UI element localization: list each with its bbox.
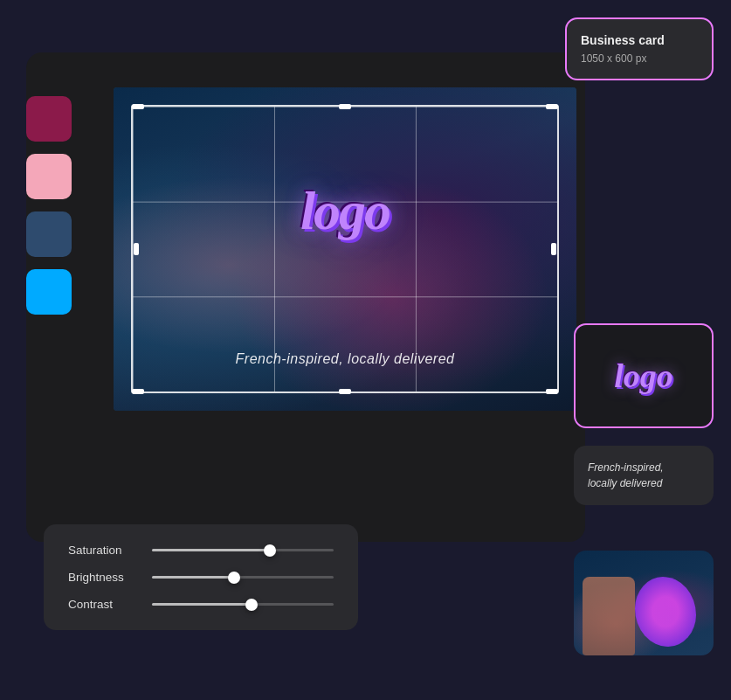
canvas-area[interactable]: logo French-inspired, locally delivered	[114, 87, 576, 411]
hand-preview	[583, 577, 635, 655]
handle-lm[interactable]	[134, 243, 139, 255]
handle-bl[interactable]	[132, 389, 144, 394]
swatch-cyan[interactable]	[26, 269, 72, 315]
contrast-fill	[152, 603, 252, 606]
contrast-track[interactable]	[152, 603, 334, 606]
handle-tr[interactable]	[546, 104, 558, 109]
saturation-label: Saturation	[68, 544, 138, 557]
flower-preview	[635, 577, 696, 647]
contrast-row: Contrast	[68, 598, 334, 611]
swatch-pink[interactable]	[26, 154, 72, 199]
brightness-label: Brightness	[68, 571, 138, 584]
tp-line1: French-inspired,	[588, 461, 664, 474]
contrast-thumb[interactable]	[245, 599, 258, 611]
swatches-panel	[26, 96, 72, 315]
saturation-track[interactable]	[152, 549, 334, 551]
handle-rm[interactable]	[551, 243, 556, 255]
handle-bm[interactable]	[339, 389, 351, 394]
handle-tl[interactable]	[132, 104, 144, 109]
logo-preview-panel[interactable]: logo	[574, 323, 714, 428]
brightness-track[interactable]	[152, 576, 334, 579]
text-preview-content: French-inspired, locally delivered	[588, 460, 700, 491]
canvas-logo-text: logo	[300, 179, 390, 241]
main-container: logo French-inspired, locally delivered	[26, 52, 585, 542]
swatch-navy[interactable]	[26, 211, 72, 257]
image-preview-panel[interactable]	[574, 551, 714, 655]
canvas-grid	[131, 105, 559, 393]
contrast-label: Contrast	[68, 598, 138, 611]
canvas-tagline: French-inspired, locally delivered	[236, 351, 455, 367]
saturation-thumb[interactable]	[264, 544, 276, 557]
bc-size: 1050 x 600 px	[581, 52, 698, 65]
handle-tm[interactable]	[339, 104, 351, 109]
logo-preview-text: logo	[614, 357, 673, 395]
brightness-fill	[152, 576, 234, 579]
brightness-thumb[interactable]	[228, 572, 240, 584]
saturation-row: Saturation	[68, 544, 334, 557]
text-preview-panel: French-inspired, locally delivered	[574, 446, 714, 505]
business-card-panel: Business card 1050 x 600 px	[565, 17, 714, 80]
swatch-crimson[interactable]	[26, 96, 72, 142]
adjustments-panel: Saturation Brightness Contrast	[44, 524, 358, 630]
saturation-fill	[152, 549, 270, 551]
tp-line2: locally delivered	[588, 477, 662, 489]
bc-title: Business card	[581, 33, 698, 47]
handle-br[interactable]	[546, 389, 558, 394]
brightness-row: Brightness	[68, 571, 334, 584]
